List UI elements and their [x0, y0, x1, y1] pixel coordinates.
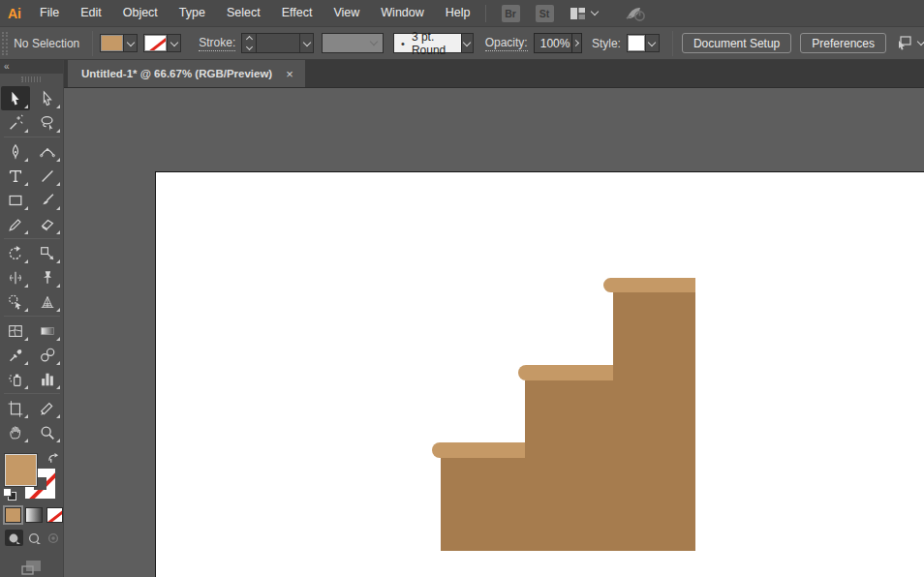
curvature-tool[interactable] [33, 139, 62, 164]
swap-fill-stroke-icon[interactable] [47, 452, 60, 464]
style-dropdown-button[interactable] [645, 35, 659, 51]
lasso-tool[interactable] [33, 110, 62, 135]
artboard-tool[interactable] [1, 396, 30, 420]
tools-separator [4, 137, 60, 137]
brush-definition-field[interactable]: • 3 pt. Round [393, 33, 462, 53]
direct-selection-tool[interactable] [33, 86, 62, 110]
draw-normal-button[interactable] [5, 530, 23, 546]
paintbrush-tool[interactable] [33, 188, 62, 212]
fill-dropdown-button[interactable] [123, 35, 137, 51]
perspective-grid-tool[interactable] [33, 289, 62, 314]
stroke-dropdown-button[interactable] [167, 35, 180, 51]
document-setup-button[interactable]: Document Setup [682, 33, 791, 53]
menu-item-view[interactable]: View [323, 0, 370, 26]
mesh-tool[interactable] [1, 319, 30, 343]
menu-item-type[interactable]: Type [169, 0, 216, 26]
flyout-indicator [56, 105, 60, 108]
blend-tool[interactable] [33, 343, 62, 367]
magic-wand-tool[interactable] [1, 110, 30, 135]
stock-button[interactable]: St [536, 5, 554, 22]
fill-color-picker[interactable] [100, 34, 138, 52]
rectangle-tool[interactable] [1, 188, 30, 212]
menu-item-object[interactable]: Object [112, 0, 169, 26]
artwork-svg[interactable] [64, 88, 923, 577]
width-tool[interactable] [1, 265, 30, 289]
menu-item-help[interactable]: Help [435, 0, 481, 26]
menu-item-select[interactable]: Select [216, 0, 271, 26]
eyedropper-tool[interactable] [1, 343, 30, 367]
rotate-tool[interactable] [1, 241, 30, 265]
default-fill-stroke-icon[interactable] [3, 488, 16, 501]
stepper-down-icon [246, 44, 253, 50]
gradient-tool[interactable] [33, 319, 62, 343]
flyout-indicator [24, 158, 28, 162]
symbol-sprayer-tool[interactable] [1, 367, 30, 391]
style-label: Style: [592, 37, 621, 50]
pen-tool[interactable] [1, 139, 30, 164]
stair-tread[interactable] [603, 278, 695, 292]
stroke-weight-stepper[interactable] [242, 34, 257, 52]
color-fill-button[interactable] [5, 507, 21, 523]
menu-item-file[interactable]: File [29, 0, 70, 26]
menu-item-window[interactable]: Window [370, 0, 434, 26]
gpu-performance-button[interactable] [625, 5, 646, 22]
stroke-panel-link[interactable]: Stroke: [199, 36, 235, 51]
stair-tread[interactable] [518, 365, 613, 380]
hand-tool[interactable] [1, 420, 30, 444]
gradient-fill-button[interactable] [25, 507, 42, 523]
fill-swatch[interactable] [101, 35, 123, 51]
shaper-tool[interactable] [1, 212, 30, 236]
fill-proxy-swatch[interactable] [5, 454, 37, 486]
shape-builder-tool[interactable] [1, 289, 30, 314]
line-segment-tool[interactable] [33, 164, 62, 188]
document-tab[interactable]: Untitled-1* @ 66.67% (RGB/Preview) × [68, 60, 305, 87]
column-graph-tool[interactable] [33, 367, 62, 391]
tools-panel-grip[interactable] [0, 74, 63, 85]
flyout-indicator [56, 361, 60, 365]
opacity-expand-button[interactable] [572, 33, 582, 53]
style-swatch[interactable] [628, 35, 645, 51]
eraser-tool[interactable] [33, 212, 62, 236]
preferences-button[interactable]: Preferences [800, 33, 886, 53]
menu-item-edit[interactable]: Edit [70, 0, 112, 26]
illustrator-logo-icon: Ai [0, 0, 29, 26]
slice-icon [39, 400, 56, 417]
curvature-icon [39, 143, 56, 161]
puppet-warp-icon [39, 269, 56, 287]
graphic-style-picker[interactable] [627, 34, 660, 52]
stroke-weight-field[interactable] [257, 34, 299, 52]
control-bar-grip[interactable] [2, 32, 8, 55]
tools-separator [4, 316, 60, 317]
chevron-down-icon [303, 38, 311, 46]
stair-tread[interactable] [432, 442, 525, 458]
slice-tool[interactable] [33, 396, 62, 420]
none-fill-button[interactable] [46, 507, 63, 523]
zoom-tool[interactable] [33, 420, 62, 444]
stroke-color-picker[interactable] [143, 34, 181, 52]
stroke-weight-control[interactable] [241, 33, 314, 53]
screen-mode-button[interactable] [0, 546, 63, 577]
tab-close-button[interactable]: × [286, 68, 293, 80]
opacity-input[interactable]: 100% [534, 33, 572, 53]
collapse-tools-button[interactable]: « [0, 60, 63, 74]
scale-tool[interactable] [33, 241, 62, 265]
bridge-button[interactable]: Br [502, 5, 520, 22]
puppet-warp-tool[interactable] [33, 265, 62, 289]
flyout-indicator [56, 337, 60, 341]
staircase-silhouette[interactable] [441, 292, 695, 551]
brush-definition-dropdown[interactable] [462, 33, 474, 53]
draw-behind-button[interactable] [25, 530, 44, 546]
draw-inside-button[interactable] [45, 530, 63, 546]
selection-tool[interactable] [1, 86, 30, 110]
type-tool[interactable] [1, 164, 30, 188]
menu-item-effect[interactable]: Effect [271, 0, 323, 26]
workspace-switcher-button[interactable] [570, 7, 598, 20]
align-glyphs-button[interactable] [896, 36, 924, 50]
width-profile-dropdown[interactable] [322, 33, 384, 53]
canvas-area[interactable] [64, 88, 924, 577]
chevron-down-icon [917, 38, 924, 46]
stroke-none-swatch[interactable] [144, 35, 167, 51]
stroke-weight-dropdown[interactable] [299, 34, 313, 52]
shape-builder-icon [7, 293, 24, 311]
opacity-panel-link[interactable]: Opacity: [485, 36, 528, 51]
